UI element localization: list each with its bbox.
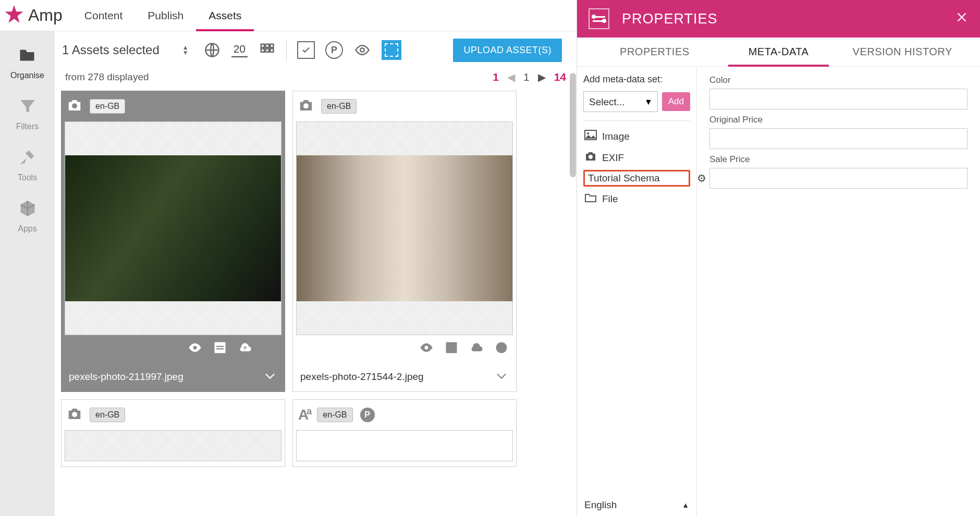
tab-properties[interactable]: PROPERTIES bbox=[593, 38, 717, 66]
sidebar-item-tools[interactable]: Tools bbox=[18, 148, 37, 182]
selection-count-text: 1 Assets selected bbox=[62, 43, 160, 57]
metadata-set-select[interactable]: Select... bbox=[583, 91, 658, 112]
svg-point-13 bbox=[268, 346, 272, 350]
locale-chip: en-GB bbox=[321, 99, 357, 114]
field-label-sale-price: Sale Price bbox=[709, 154, 967, 165]
cloud-upload-icon[interactable] bbox=[238, 340, 252, 357]
nav-tab-content[interactable]: Content bbox=[72, 0, 136, 31]
asset-thumbnail[interactable] bbox=[65, 430, 281, 461]
close-icon[interactable] bbox=[955, 10, 969, 28]
nav-tab-publish[interactable]: Publish bbox=[135, 0, 196, 31]
asset-card[interactable]: en-GB bbox=[61, 399, 285, 467]
crop-tool-active[interactable] bbox=[382, 40, 401, 60]
metadata-item-label: Image bbox=[602, 131, 630, 142]
asset-card[interactable]: en-GB pexels-photo-211997.jpeg bbox=[61, 91, 285, 392]
add-metadata-label: Add meta-data set: bbox=[583, 74, 690, 85]
assets-scroll[interactable]: en-GB pexels-photo-211997.jpeg bbox=[55, 89, 577, 516]
preview-icon[interactable] bbox=[188, 340, 202, 357]
cloud-upload-icon[interactable] bbox=[469, 340, 484, 357]
metadata-item-label: Tutorial Schema bbox=[588, 173, 660, 184]
metadata-item-exif[interactable]: EXIF bbox=[583, 149, 690, 167]
gear-icon[interactable] bbox=[263, 340, 277, 357]
sidebar-item-apps[interactable]: Apps bbox=[18, 199, 36, 234]
metadata-item-image[interactable]: Image bbox=[583, 127, 690, 145]
sidebar-item-label: Organise bbox=[10, 71, 44, 80]
locale-chip: en-GB bbox=[90, 99, 125, 114]
metadata-sidebar: Add meta-data set: Select... ▼ Add bbox=[577, 67, 697, 516]
sidebar-item-label: Filters bbox=[16, 122, 39, 131]
page-next-icon[interactable]: ▶ bbox=[538, 71, 546, 83]
properties-header: PROPERTIES bbox=[577, 0, 980, 38]
page-num-current: 1 bbox=[523, 71, 530, 83]
folder-icon bbox=[584, 192, 597, 206]
edit-icon[interactable] bbox=[444, 340, 459, 357]
asset-card[interactable]: en-GB pexels-photo-271544-2.jpeg bbox=[292, 91, 517, 392]
sidebar-item-filters[interactable]: Filters bbox=[16, 97, 39, 131]
svg-point-21 bbox=[589, 155, 593, 159]
sidebar-item-organise[interactable]: Organise bbox=[10, 46, 44, 80]
properties-title: PROPERTIES bbox=[622, 11, 718, 27]
scrollbar-thumb[interactable] bbox=[570, 73, 576, 177]
language-label: English bbox=[584, 499, 617, 511]
page-prev-icon[interactable]: ◀ bbox=[507, 71, 515, 83]
add-metadata-button[interactable]: Add bbox=[662, 92, 690, 111]
publish-status-badge: P bbox=[360, 408, 375, 422]
upload-assets-button[interactable]: UPLOAD ASSET(S) bbox=[453, 39, 562, 62]
asset-thumbnail[interactable] bbox=[65, 121, 281, 335]
svg-point-10 bbox=[72, 103, 77, 108]
brand-star-icon bbox=[4, 5, 24, 27]
folder-icon bbox=[18, 46, 36, 67]
asset-thumbnail[interactable] bbox=[296, 121, 513, 335]
svg-point-15 bbox=[425, 346, 428, 350]
globe-icon[interactable] bbox=[203, 41, 221, 59]
gear-icon[interactable] bbox=[494, 340, 509, 357]
svg-rect-7 bbox=[266, 49, 269, 52]
sidebar-item-label: Tools bbox=[18, 173, 37, 182]
sale-price-input[interactable] bbox=[709, 168, 967, 189]
page-size-value[interactable]: 20 bbox=[231, 43, 248, 57]
asset-card[interactable]: Aa en-GB P bbox=[292, 399, 517, 467]
metadata-item-file[interactable]: File bbox=[583, 190, 690, 208]
sidebar-item-label: Apps bbox=[18, 224, 36, 234]
language-selector[interactable]: English ▲ bbox=[584, 499, 689, 511]
original-price-input[interactable] bbox=[709, 128, 967, 149]
camera-icon bbox=[67, 99, 82, 114]
publish-status-icon[interactable]: P bbox=[325, 41, 343, 59]
preview-icon[interactable] bbox=[419, 340, 434, 357]
svg-rect-8 bbox=[270, 49, 273, 52]
grid-view-icon[interactable] bbox=[258, 41, 276, 59]
cube-icon bbox=[18, 199, 37, 220]
divider bbox=[286, 40, 287, 60]
field-label-original-price: Original Price bbox=[709, 115, 967, 125]
sort-stepper[interactable]: ▲▼ bbox=[182, 45, 189, 55]
properties-tabs: PROPERTIES META-DATA VERSION HISTORY bbox=[577, 38, 980, 67]
metadata-fields: Color Original Price Sale Price bbox=[697, 67, 980, 516]
nav-tab-assets[interactable]: Assets bbox=[196, 0, 254, 31]
left-sidebar: Organise Filters Tools Apps bbox=[0, 31, 55, 516]
preview-icon[interactable] bbox=[353, 41, 371, 59]
svg-point-20 bbox=[587, 132, 589, 134]
svg-rect-5 bbox=[270, 44, 273, 47]
metadata-item-tutorial-schema[interactable]: Tutorial Schema ⚙ bbox=[583, 170, 690, 187]
color-input[interactable] bbox=[709, 89, 967, 109]
camera-icon bbox=[584, 151, 597, 165]
svg-rect-3 bbox=[261, 44, 264, 47]
brand-text: Amp bbox=[28, 6, 63, 25]
svg-point-17 bbox=[496, 342, 507, 353]
svg-marker-0 bbox=[5, 5, 23, 22]
metadata-item-label: EXIF bbox=[602, 152, 624, 164]
select-all-checkbox[interactable] bbox=[297, 41, 315, 59]
tab-version-history[interactable]: VERSION HISTORY bbox=[840, 38, 964, 66]
expand-icon[interactable] bbox=[263, 368, 277, 386]
edit-icon[interactable] bbox=[213, 340, 227, 357]
svg-rect-12 bbox=[215, 342, 226, 353]
expand-icon[interactable] bbox=[494, 368, 509, 386]
gear-icon[interactable]: ⚙ bbox=[697, 172, 706, 185]
main-content: 1 Assets selected ▲▼ 20 P UPLOAD ASSET(S… bbox=[55, 31, 577, 516]
tab-metadata[interactable]: META-DATA bbox=[717, 38, 841, 66]
asset-thumbnail[interactable] bbox=[296, 430, 513, 461]
locale-chip: en-GB bbox=[317, 408, 352, 422]
page-num-total: 14 bbox=[554, 71, 566, 83]
brand: Amp bbox=[0, 5, 72, 27]
svg-point-18 bbox=[72, 412, 77, 417]
